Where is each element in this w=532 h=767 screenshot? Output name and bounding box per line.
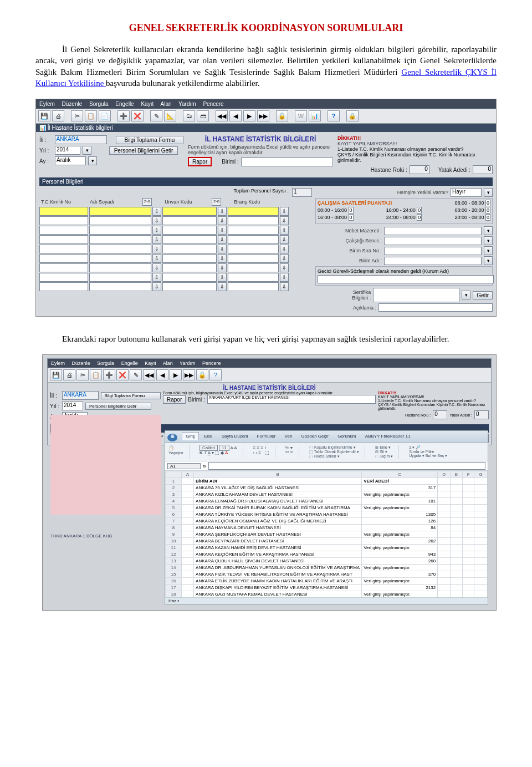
ss2-copy-icon[interactable]: 📋 [90, 369, 102, 380]
cell-tc[interactable] [39, 245, 88, 253]
cell-g[interactable] [474, 491, 488, 498]
row-dd1-icon[interactable]: ⇩ [152, 282, 161, 291]
excel-row[interactable]: 5ANKARA DR.ZEKAİ TAHİR BURAK KADIN SAĞLI… [166, 505, 488, 511]
cell-a[interactable] [182, 591, 194, 598]
row-dd1-icon[interactable]: ⇩ [152, 226, 161, 235]
nobet-field[interactable] [384, 227, 482, 235]
cell-brans[interactable] [228, 245, 279, 253]
bilgi-toplama-button[interactable]: Bilgi Toplama Formu [116, 136, 183, 144]
cell-d[interactable] [438, 551, 451, 558]
table-row[interactable]: ⇩⇩⇩ [39, 207, 312, 216]
cell-d[interactable] [438, 518, 451, 525]
excel-row[interactable]: 6ANKARA TÜRKİYE YÜKSEK İHTİSAS EĞİTİM VE… [166, 511, 488, 518]
cell-ad[interactable] [89, 263, 151, 272]
row-dd1-icon[interactable]: ⇩ [152, 263, 161, 272]
cell-e[interactable] [450, 511, 462, 518]
acik-field[interactable] [378, 303, 493, 312]
last-icon[interactable]: ▶▶ [257, 110, 269, 121]
ss2-menu-pencere[interactable]: Pencere [202, 360, 221, 366]
cell-f[interactable] [463, 505, 474, 511]
cell-tc[interactable] [39, 235, 88, 244]
cell-tc[interactable] [39, 226, 88, 235]
cell-d[interactable] [438, 511, 451, 518]
cell-a[interactable] [182, 565, 194, 571]
ss2-prev-icon[interactable]: ◀ [156, 369, 168, 380]
cell-a[interactable] [182, 538, 194, 545]
cell-a[interactable] [182, 531, 194, 538]
cell-c[interactable]: 317 [362, 485, 438, 491]
cell-b[interactable]: BİRİM ADI [194, 478, 362, 485]
menu-pencere[interactable]: Pencere [203, 101, 223, 107]
row-dd2-icon[interactable]: ⇩ [218, 235, 227, 244]
excel-row[interactable]: 4ANKARA ELMADAĞ DR.HULUSİ ALATAŞ DEVLET … [166, 498, 488, 505]
row-dd2-icon[interactable]: ⇩ [218, 254, 227, 263]
cell-b[interactable]: ANKARA DIŞKAPI YILDIRIM BEYAZIT EĞİTİM V… [194, 585, 362, 591]
excel-tab-ekle[interactable]: Ekle [200, 432, 217, 440]
cell-d[interactable] [438, 498, 451, 505]
row-num[interactable]: 15 [166, 571, 182, 578]
row-dd3-icon[interactable]: ⇩ [280, 235, 289, 244]
cell-e[interactable] [450, 585, 462, 591]
row-dd3-icon[interactable]: ⇩ [280, 263, 289, 272]
shift-1-v[interactable]: 0 [417, 207, 422, 214]
ss2-menu-eylem[interactable]: Eylem [51, 360, 65, 366]
add-icon[interactable]: ➕ [117, 110, 130, 121]
sirano-field[interactable] [384, 247, 482, 255]
cell-g[interactable] [474, 505, 488, 511]
birimi-field[interactable] [241, 158, 333, 166]
menu-engelle[interactable]: Engelle [115, 101, 134, 107]
ss2-menu-sorgula[interactable]: Sorgula [97, 360, 114, 366]
cell-a[interactable] [182, 518, 194, 525]
row-dd2-icon[interactable]: ⇩ [218, 263, 227, 272]
cell-g[interactable] [474, 545, 488, 551]
cell-f[interactable] [463, 558, 474, 565]
cell-d[interactable] [438, 478, 451, 485]
excel-row[interactable]: 3ANKARA KIZILCAHAMAM DEVLET HASTANESİVer… [166, 491, 488, 498]
excel-row[interactable]: 16ANKARA ETLİK ZÜBEYDE HANIM KADIN HASTA… [166, 578, 488, 585]
cell-e[interactable] [450, 531, 462, 538]
cell-d[interactable] [438, 485, 451, 491]
row-num[interactable]: 7 [166, 518, 182, 525]
row-dd1-icon[interactable]: ⇩ [152, 254, 161, 263]
cell-b[interactable]: ANKARA KEÇİÖREN EĞİTİM VE ARAŞTIRMA HAST… [194, 551, 362, 558]
cell-d[interactable] [438, 565, 451, 571]
table-row[interactable]: ⇩⇩⇩ [39, 254, 312, 263]
copy-icon[interactable]: 📋 [85, 110, 97, 121]
cell-f[interactable] [463, 485, 474, 491]
cell-e[interactable] [450, 485, 462, 491]
cell-f[interactable] [463, 591, 474, 598]
row-num[interactable]: 11 [166, 545, 182, 551]
row-num[interactable]: 13 [166, 558, 182, 565]
cell-a[interactable] [182, 558, 194, 565]
excel-row[interactable]: 9ANKARA ŞEREFLİKOÇHİSAR DEVLET HASTANESİ… [166, 531, 488, 538]
row-dd3-icon[interactable]: ⇩ [280, 254, 289, 263]
underline-icon[interactable]: A [208, 450, 211, 455]
cell-a[interactable] [182, 571, 194, 578]
cell-d[interactable] [438, 578, 451, 585]
cut-icon[interactable]: ✂ [71, 110, 83, 121]
row-dd2-icon[interactable]: ⇩ [218, 207, 227, 216]
excel-row[interactable]: 12ANKARA KEÇİÖREN EĞİTİM VE ARAŞTIRMA HA… [166, 551, 488, 558]
cell-f[interactable] [463, 585, 474, 591]
cell-b[interactable]: ANKARA TÜRKİYE YÜKSEK İHTİSAS EĞİTİM VE … [194, 511, 362, 518]
cell-b[interactable]: ANKARA DR. ABDURRAHMAN YURTASLAN ONKOLOJ… [194, 565, 362, 571]
ss2-menu-engelle[interactable]: Engelle [121, 360, 138, 366]
row-num[interactable]: 3 [166, 491, 182, 498]
shift-3-v[interactable]: 0 [485, 207, 490, 214]
cell-a[interactable] [182, 478, 194, 485]
excel-row[interactable]: 8ANKARA HAYMANA DEVLET HASTANESİ84 [166, 525, 488, 531]
prev-icon[interactable]: ◀ [229, 110, 242, 121]
cell-brans[interactable] [228, 226, 279, 235]
ss2-add-icon[interactable]: ➕ [103, 369, 115, 380]
col-b[interactable]: B [194, 471, 362, 478]
cell-g[interactable] [474, 591, 488, 598]
cell-c[interactable]: VERİ ADEDİ [362, 478, 438, 485]
paste-big-icon[interactable]: 📋Yapıştır [168, 445, 183, 455]
shift-0-v[interactable]: 0 [349, 207, 354, 214]
row-dd2-icon[interactable]: ⇩ [218, 245, 227, 253]
row-num[interactable]: 17 [166, 585, 182, 591]
cell-d[interactable] [438, 491, 451, 498]
ss2-last-icon[interactable]: ▶▶ [183, 369, 195, 380]
excel-tab-gozden[interactable]: Gözden Geçir [298, 432, 332, 440]
cell-b[interactable]: ANKARA ELMADAĞ DR.HULUSİ ALATAŞ DEVLET H… [194, 498, 362, 505]
